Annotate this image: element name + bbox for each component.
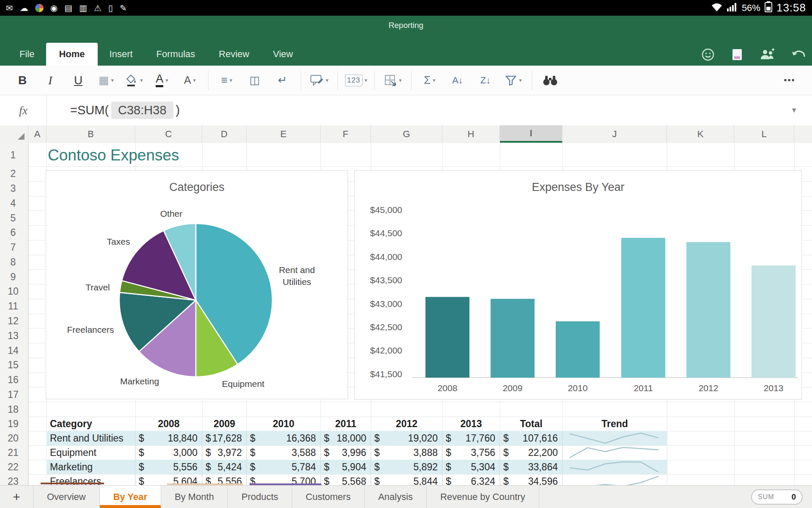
font-size-button[interactable]: A▾ <box>176 69 204 91</box>
ribbon-tab-home[interactable]: Home <box>46 43 97 66</box>
row-number-11[interactable]: 11 <box>0 301 26 312</box>
row-number-1[interactable]: 1 <box>0 149 26 161</box>
row-number-2[interactable]: 2 <box>0 168 26 179</box>
underline-button[interactable]: U <box>64 69 92 91</box>
value-cell[interactable]: $3,756 <box>442 445 500 460</box>
fx-button[interactable]: fx <box>0 95 47 125</box>
sheet-tab-products[interactable]: Products <box>228 486 292 508</box>
row-number-16[interactable]: 16 <box>0 374 26 386</box>
value-cell[interactable]: $17,760 <box>442 431 500 445</box>
row-number-17[interactable]: 17 <box>0 389 26 400</box>
column-header-a[interactable]: A <box>28 125 47 143</box>
row-number-13[interactable]: 13 <box>0 330 26 342</box>
ribbon-tab-review[interactable]: Review <box>207 43 261 66</box>
table-header-2013[interactable]: 2013 <box>442 417 500 431</box>
borders-button[interactable]: ▦▾ <box>92 69 120 91</box>
ribbon-tab-formulas[interactable]: Formulas <box>145 43 207 66</box>
column-header-b[interactable]: B <box>47 125 135 143</box>
category-cell[interactable]: Rent and Utilities <box>47 431 135 445</box>
screen-layout-icon[interactable] <box>731 48 743 61</box>
table-header-trend[interactable]: Trend <box>562 417 667 431</box>
bar-2009[interactable] <box>491 299 535 378</box>
undo-icon[interactable] <box>791 48 805 61</box>
value-cell[interactable]: $5,304 <box>442 460 500 474</box>
table-header-total[interactable]: Total <box>500 417 562 431</box>
value-cell[interactable]: $5,568 <box>321 474 371 485</box>
formula-input[interactable]: =SUM( C38:H38 ) <box>47 102 180 119</box>
value-cell[interactable]: $6,324 <box>442 474 500 485</box>
trend-sparkline-cell[interactable] <box>562 460 667 474</box>
ribbon-tab-file[interactable]: File <box>8 43 46 66</box>
pie-chart-object[interactable]: Categories Rent andUtilitiesEquipmentMar… <box>46 170 348 399</box>
insert-cells-button[interactable]: ▾ <box>379 69 407 91</box>
column-header-i[interactable]: I <box>500 125 562 143</box>
row-number-4[interactable]: 4 <box>0 198 26 209</box>
table-header-2010[interactable]: 2010 <box>247 417 321 431</box>
merge-cells-button[interactable]: ◫ <box>241 69 269 91</box>
category-cell[interactable]: Marketing <box>47 460 135 474</box>
bar-2010[interactable] <box>556 321 600 378</box>
value-cell[interactable]: $3,000 <box>135 445 202 460</box>
value-cell[interactable]: $3,888 <box>371 445 442 460</box>
bold-button[interactable]: B <box>8 69 36 91</box>
selected-range-chip[interactable]: C38:H38 <box>111 102 173 119</box>
bar-2011[interactable] <box>621 238 665 378</box>
row-number-5[interactable]: 5 <box>0 213 26 224</box>
total-cell[interactable]: $107,616 <box>500 431 562 445</box>
table-header-2008[interactable]: 2008 <box>135 417 202 431</box>
table-header-2012[interactable]: 2012 <box>371 417 442 431</box>
bar-2012[interactable] <box>686 242 730 378</box>
sheet-tab-analysis[interactable]: Analysis <box>365 486 427 508</box>
value-cell[interactable]: $5,904 <box>321 460 371 474</box>
column-header-l[interactable]: L <box>734 125 794 143</box>
total-cell[interactable]: $22,200 <box>500 445 562 460</box>
column-header-e[interactable]: E <box>247 125 321 143</box>
select-all-button[interactable] <box>0 125 28 143</box>
feedback-smiley-icon[interactable] <box>701 48 715 61</box>
spreadsheet-grid[interactable]: 1234567891011121314151617181920212223 Co… <box>0 143 812 485</box>
table-header-2011[interactable]: 2011 <box>321 417 371 431</box>
value-cell[interactable]: $17,628 <box>202 431 247 445</box>
value-cell[interactable]: $5,424 <box>202 460 247 474</box>
bar-chart-object[interactable]: Expenses By Year $45,000$44,500$44,000$4… <box>354 170 802 400</box>
find-button[interactable] <box>536 69 564 91</box>
value-cell[interactable]: $5,844 <box>371 474 442 485</box>
row-number-14[interactable]: 14 <box>0 345 26 356</box>
sheet-tab-customers[interactable]: Customers <box>292 486 365 508</box>
filter-button[interactable]: ▾ <box>499 69 527 91</box>
sheet-tab-by-month[interactable]: By Month <box>161 486 228 508</box>
value-cell[interactable]: $3,588 <box>247 445 321 460</box>
aggregate-status-pill[interactable]: SUM 0 <box>751 489 803 505</box>
value-cell[interactable]: $3,996 <box>321 445 371 460</box>
value-cell[interactable]: $18,000 <box>321 431 371 445</box>
column-header-j[interactable]: J <box>562 125 667 143</box>
row-number-6[interactable]: 6 <box>0 227 26 238</box>
row-number-8[interactable]: 8 <box>0 257 26 268</box>
row-number-20[interactable]: 20 <box>0 433 26 444</box>
comment-button[interactable]: ▾ <box>305 69 333 91</box>
value-cell[interactable]: $19,020 <box>371 431 442 445</box>
row-number-22[interactable]: 22 <box>0 461 26 473</box>
category-cell[interactable]: Equipment <box>47 445 135 460</box>
column-header-g[interactable]: G <box>371 125 442 143</box>
value-cell[interactable]: $5,556 <box>135 460 202 474</box>
row-number-3[interactable]: 3 <box>0 183 26 194</box>
value-cell[interactable]: $3,972 <box>202 445 247 460</box>
font-color-button[interactable]: A▾ <box>148 69 176 91</box>
column-header-k[interactable]: K <box>667 125 734 143</box>
add-sheet-button[interactable]: + <box>0 486 33 508</box>
row-number-15[interactable]: 15 <box>0 359 26 371</box>
number-format-button[interactable]: 123▾ <box>342 69 370 91</box>
alignment-button[interactable]: ≡▾ <box>213 69 241 91</box>
more-options-button[interactable]: ••• <box>776 69 804 91</box>
column-header-h[interactable]: H <box>442 125 500 143</box>
row-number-18[interactable]: 18 <box>0 404 26 415</box>
bar-2013[interactable] <box>752 265 796 378</box>
row-number-12[interactable]: 12 <box>0 315 26 327</box>
ribbon-tab-view[interactable]: View <box>261 43 304 66</box>
value-cell[interactable]: $16,368 <box>247 431 321 445</box>
sort-descending-button[interactable]: Z↓ <box>472 69 499 91</box>
bar-2008[interactable] <box>425 297 469 378</box>
autosum-button[interactable]: Σ▾ <box>416 69 444 91</box>
ribbon-tab-insert[interactable]: Insert <box>98 43 145 66</box>
